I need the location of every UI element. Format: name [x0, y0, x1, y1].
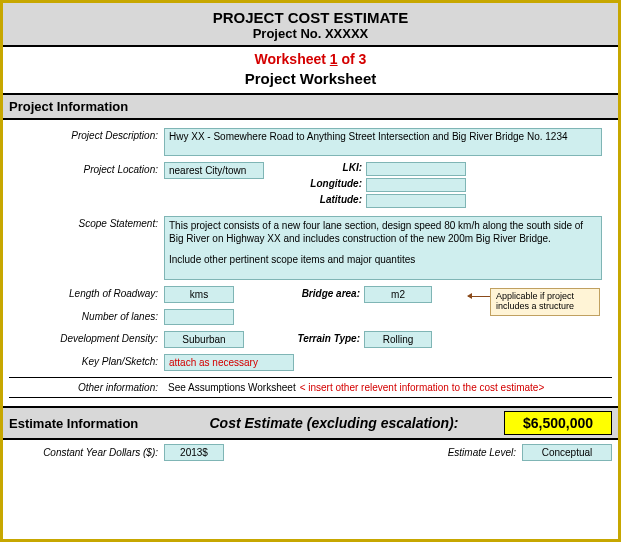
- worksheet-outer: PROJECT COST ESTIMATE Project No. XXXXX …: [0, 0, 621, 542]
- field-estimate-level[interactable]: Conceptual: [522, 444, 612, 461]
- field-key-plan[interactable]: attach as necessary: [164, 354, 294, 371]
- field-lki[interactable]: [366, 162, 466, 176]
- field-dev-density[interactable]: Suburban: [164, 331, 244, 348]
- field-length-roadway[interactable]: kms: [164, 286, 234, 303]
- project-number: Project No. XXXXX: [3, 26, 618, 41]
- field-terrain-type[interactable]: Rolling: [364, 331, 432, 348]
- bottom-row: Constant Year Dollars ($): 2013$ Estimat…: [3, 440, 618, 465]
- field-number-lanes[interactable]: [164, 309, 234, 325]
- label-latitude: Latitude:: [294, 194, 366, 208]
- field-scope-statement[interactable]: This project consists of a new four lane…: [164, 216, 602, 280]
- label-dev-density: Development Density:: [9, 331, 164, 344]
- label-number-lanes: Number of lanes:: [9, 309, 164, 322]
- label-cost-estimate: Cost Estimate (excluding escalation):: [164, 415, 504, 431]
- field-bridge-area[interactable]: m2: [364, 286, 432, 303]
- label-project-location: Project Location:: [9, 162, 164, 175]
- label-estimate-level: Estimate Level:: [448, 447, 522, 458]
- label-other-info: Other information:: [9, 380, 164, 393]
- label-longitude: Longitude:: [294, 178, 366, 192]
- label-scope-statement: Scope Statement:: [9, 216, 164, 229]
- field-project-location[interactable]: nearest City/town: [164, 162, 264, 179]
- section-project-information: Project Information: [3, 93, 618, 120]
- label-length-roadway: Length of Roadway:: [9, 286, 164, 299]
- label-bridge-area: Bridge area:: [274, 286, 364, 299]
- callout-arrow-icon: [468, 296, 490, 297]
- worksheet-indicator: Worksheet 1 of 3: [3, 47, 618, 68]
- field-project-description[interactable]: Hwy XX - Somewhere Road to Anything Stre…: [164, 128, 602, 156]
- main-title: PROJECT COST ESTIMATE: [3, 9, 618, 26]
- label-constant-year: Constant Year Dollars ($):: [9, 447, 164, 458]
- field-other-info[interactable]: See Assumptions Worksheet < insert other…: [164, 380, 548, 395]
- label-lki: LKI:: [294, 162, 366, 176]
- label-key-plan: Key Plan/Sketch:: [9, 354, 164, 367]
- field-longitude[interactable]: [366, 178, 466, 192]
- header: PROJECT COST ESTIMATE Project No. XXXXX: [3, 3, 618, 47]
- subtitle: Project Worksheet: [3, 68, 618, 93]
- field-cost-estimate-amount: $6,500,000: [504, 411, 612, 435]
- section-estimate-information: Estimate Information Cost Estimate (excl…: [3, 406, 618, 440]
- label-terrain-type: Terrain Type:: [274, 331, 364, 344]
- project-info-content: Project Description: Hwy XX - Somewhere …: [3, 120, 618, 398]
- field-constant-year[interactable]: 2013$: [164, 444, 224, 461]
- label-estimate-info: Estimate Information: [9, 416, 164, 431]
- label-project-description: Project Description:: [9, 128, 164, 141]
- field-latitude[interactable]: [366, 194, 466, 208]
